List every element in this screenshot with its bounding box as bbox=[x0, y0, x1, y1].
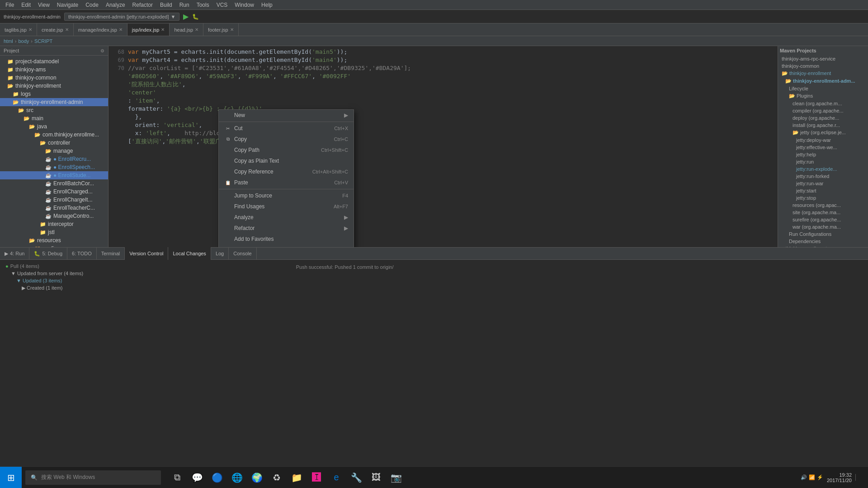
vc-created[interactable]: ▶ Created (1 item) bbox=[4, 284, 287, 292]
tree-enroll-chargeit[interactable]: ☕ EnrollChargeIt... bbox=[0, 196, 108, 204]
ctx-copy[interactable]: ⧉ Copy Ctrl+C bbox=[219, 134, 354, 145]
menu-code[interactable]: Code bbox=[82, 1, 102, 9]
tab-close-icon[interactable]: ✕ bbox=[195, 27, 198, 32]
tab-close-icon[interactable]: ✕ bbox=[230, 27, 234, 32]
bottom-tab-log[interactable]: Log bbox=[211, 247, 229, 260]
tab-taglibs[interactable]: taglibs.jsp ✕ bbox=[0, 23, 37, 36]
menu-file[interactable]: File bbox=[2, 1, 18, 9]
maven-deploy[interactable]: deploy (org.apache... bbox=[778, 114, 868, 122]
bc-html[interactable]: html bbox=[4, 38, 13, 44]
maven-lifecycle[interactable]: Lifecycle bbox=[778, 85, 868, 92]
maven-run-configs[interactable]: Run Configurations bbox=[778, 230, 868, 238]
ctx-paste[interactable]: 📋 Paste Ctrl+V bbox=[219, 177, 354, 188]
taskbar-tools[interactable]: 🔧 bbox=[347, 469, 365, 487]
tree-thinkjoy-common[interactable]: 📁 thinkjoy-common bbox=[0, 74, 108, 82]
tree-enroll-recru[interactable]: ☕ ● EnrollRecru... bbox=[0, 155, 108, 163]
ctx-browse-type[interactable]: Browse Type Hierarchy Ctrl+H bbox=[219, 244, 354, 247]
menu-vcs[interactable]: VCS bbox=[213, 1, 231, 9]
maven-jetty-effective[interactable]: jetty:effective-we... bbox=[778, 144, 868, 151]
bc-body[interactable]: body bbox=[18, 38, 29, 44]
maven-enrollment-admin[interactable]: 📂 thinkjoy-enrollment-adm... bbox=[778, 77, 868, 85]
tree-enroll-student[interactable]: ☕ ● EnrollStude... bbox=[0, 171, 108, 179]
tree-java[interactable]: 📂 java bbox=[0, 122, 108, 131]
tree-thinkjoy-enrollment[interactable]: 📂 thinkjoy-enrollment bbox=[0, 82, 108, 90]
maven-jetty-run-forked[interactable]: jetty:run-forked bbox=[778, 173, 868, 180]
tab-close-icon[interactable]: ✕ bbox=[28, 27, 32, 32]
tree-thinkjoy-ams[interactable]: 📁 thinkjoy-ams bbox=[0, 66, 108, 74]
tree-manage[interactable]: 📂 manage bbox=[0, 147, 108, 155]
maven-jetty-deploy-war[interactable]: jetty:deploy-war bbox=[778, 136, 868, 144]
tree-logs[interactable]: 📁 logs bbox=[0, 90, 108, 98]
taskbar-app5[interactable]: 🖼 bbox=[367, 469, 385, 487]
tab-footer[interactable]: footer.jsp ✕ bbox=[203, 23, 239, 36]
tree-enroll-batch[interactable]: ☕ EnrollBatchCor... bbox=[0, 179, 108, 188]
menu-analyze[interactable]: Analyze bbox=[102, 1, 129, 9]
menu-tools[interactable]: Tools bbox=[193, 1, 213, 9]
maven-ams-rpc[interactable]: thinkjoy-ams-rpc-service bbox=[778, 55, 868, 62]
maven-enrollment-com[interactable]: thinkjoy-enrollment-com... bbox=[778, 245, 868, 247]
tree-enrollment-admin[interactable]: 📂 thinkjoy-enrollment-admin bbox=[0, 98, 108, 106]
editor-area[interactable]: 68 var myChart5 = echarts.init(document.… bbox=[108, 46, 778, 247]
maven-clean[interactable]: clean (org.apache.m... bbox=[778, 100, 868, 107]
tab-head[interactable]: head.jsp ✕ bbox=[170, 23, 203, 36]
ctx-refactor[interactable]: Refactor ▶ bbox=[219, 223, 354, 234]
tree-resources[interactable]: 📂 resources bbox=[0, 236, 108, 244]
tree-manage-contro[interactable]: ☕ ManageContro... bbox=[0, 212, 108, 220]
taskbar-folder[interactable]: 📁 bbox=[288, 469, 306, 487]
ctx-analyze[interactable]: Analyze ▶ bbox=[219, 212, 354, 223]
menu-refactor[interactable]: Refactor bbox=[129, 1, 156, 9]
maven-jetty-stop[interactable]: jetty:stop bbox=[778, 194, 868, 202]
tree-project-datamodel[interactable]: 📁 project-datamodel bbox=[0, 57, 108, 66]
menu-run[interactable]: Run bbox=[176, 1, 193, 9]
tree-main[interactable]: 📂 main bbox=[0, 114, 108, 122]
bottom-tab-todo[interactable]: 6: TODO bbox=[67, 247, 97, 260]
taskbar-intellij[interactable]: 🅸 bbox=[307, 469, 326, 487]
tree-jstl[interactable]: 📁 jstl bbox=[0, 228, 108, 236]
maven-jetty-run-explode[interactable]: jetty:run-explode... bbox=[778, 165, 868, 173]
taskbar-chrome[interactable]: 🌍 bbox=[248, 469, 266, 487]
tab-close-icon[interactable]: ✕ bbox=[119, 27, 123, 32]
taskbar-wechat[interactable]: 💬 bbox=[188, 469, 206, 487]
maven-surefire[interactable]: surefire (org.apache... bbox=[778, 216, 868, 223]
run-config-selector[interactable]: thinkjoy-enrollment-admin [jetty:run-exp… bbox=[64, 13, 179, 21]
maven-jetty-run[interactable]: jetty:run bbox=[778, 158, 868, 165]
menu-navigate[interactable]: Navigate bbox=[53, 1, 82, 9]
maven-plugins[interactable]: 📂 Plugins bbox=[778, 92, 868, 100]
tab-create[interactable]: create.jsp ✕ bbox=[37, 23, 74, 36]
ctx-copy-ref[interactable]: Copy Reference Ctrl+Alt+Shift+C bbox=[219, 166, 354, 177]
menu-build[interactable]: Build bbox=[156, 1, 176, 9]
bottom-tab-version-control[interactable]: Version Control bbox=[125, 247, 168, 260]
tree-enroll-teacher[interactable]: ☕ EnrollTeacherC... bbox=[0, 204, 108, 212]
menu-window[interactable]: Window bbox=[231, 1, 258, 9]
ctx-copy-plain[interactable]: Copy as Plain Text bbox=[219, 155, 354, 166]
run-button[interactable]: ▶ bbox=[183, 12, 189, 21]
maven-war[interactable]: war (org.apache.ma... bbox=[778, 223, 868, 230]
ctx-jump-source[interactable]: Jump to Source F4 bbox=[219, 190, 354, 201]
bottom-tab-debug[interactable]: 🐛 5: Debug bbox=[29, 247, 67, 260]
maven-compiler[interactable]: compiler (org.apache... bbox=[778, 107, 868, 114]
bottom-tab-local-changes[interactable]: Local Changes bbox=[168, 247, 211, 260]
maven-install[interactable]: install (org.apache.r... bbox=[778, 122, 868, 129]
maven-dependencies[interactable]: Dependencies bbox=[778, 238, 868, 245]
ctx-new[interactable]: New ▶ bbox=[219, 110, 354, 121]
search-bar[interactable]: 🔍 搜索 Web 和 Windows bbox=[25, 470, 161, 485]
tab-jsp-index[interactable]: jsp/index.jsp ✕ bbox=[127, 23, 170, 36]
tree-src[interactable]: 📂 src bbox=[0, 106, 108, 114]
taskbar-refresh[interactable]: ♻ bbox=[268, 469, 286, 487]
tab-close-icon[interactable]: ✕ bbox=[161, 27, 165, 32]
taskbar-app4[interactable]: 🌐 bbox=[228, 469, 246, 487]
tab-close-icon[interactable]: ✕ bbox=[65, 27, 69, 32]
vc-updated-items[interactable]: ▼ Updated (3 items) bbox=[4, 277, 287, 284]
ctx-find-usages[interactable]: Find Usages Alt+F7 bbox=[219, 201, 354, 212]
tree-com-package[interactable]: 📂 com.thinkjoy.enrollme... bbox=[0, 131, 108, 139]
maven-enrollment[interactable]: 📂 thinkjoy-enrollment bbox=[778, 70, 868, 77]
maven-resources[interactable]: resources (org.apac... bbox=[778, 202, 868, 209]
taskbar-camera[interactable]: 📷 bbox=[387, 469, 405, 487]
ctx-cut[interactable]: ✂ Cut Ctrl+X bbox=[219, 123, 354, 134]
maven-jetty-help[interactable]: jetty:help bbox=[778, 151, 868, 158]
tree-config[interactable]: 📁 config bbox=[0, 244, 108, 247]
ctx-favorites[interactable]: Add to Favorites bbox=[219, 234, 354, 244]
bottom-tab-run[interactable]: ▶ 4: Run bbox=[0, 247, 29, 260]
debug-button[interactable]: 🐛 bbox=[192, 14, 199, 20]
ctx-copy-path[interactable]: Copy Path Ctrl+Shift+C bbox=[219, 145, 354, 155]
